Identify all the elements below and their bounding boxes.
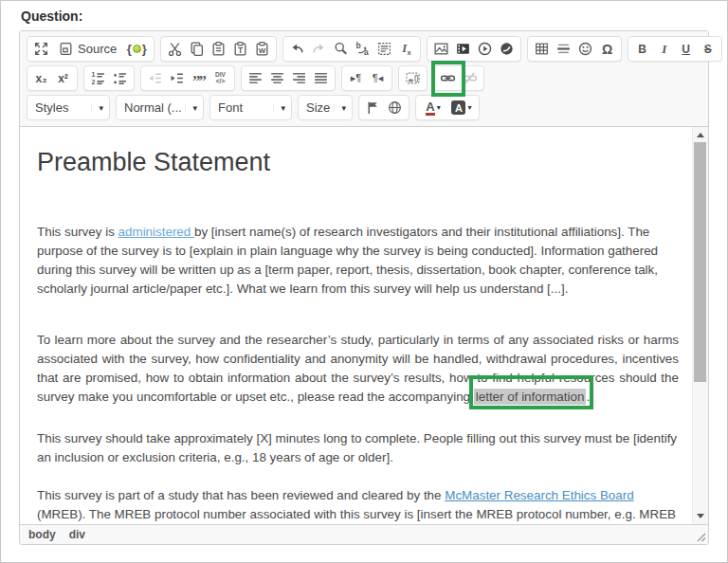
clipboard-icon — [210, 41, 227, 57]
language-button[interactable] — [384, 98, 406, 118]
group-lists: 12 — [83, 65, 135, 91]
flash-button[interactable] — [496, 39, 518, 59]
strikethrough-button[interactable]: S — [697, 39, 719, 59]
path-item-div[interactable]: div — [69, 528, 85, 541]
paragraph-4: This survey is part of a study that has … — [37, 486, 679, 524]
expression-fields-button[interactable]: {} — [122, 39, 151, 59]
scissors-icon — [167, 41, 183, 57]
select-all-button[interactable] — [373, 39, 395, 59]
blockquote-button[interactable]: ”” — [188, 68, 209, 88]
paste-from-word-button[interactable]: W — [251, 39, 273, 59]
group-anchor-language — [358, 95, 410, 120]
decrease-indent-button[interactable] — [144, 68, 166, 88]
vertical-scrollbar[interactable] — [692, 127, 708, 524]
cut-button[interactable] — [164, 39, 186, 59]
path-item-body[interactable]: body — [28, 528, 56, 541]
underline-button[interactable]: U — [675, 39, 697, 59]
insert-video-button[interactable] — [452, 39, 474, 59]
increase-indent-button[interactable] — [166, 68, 188, 88]
rtl-icon: ¶◂ — [373, 72, 383, 84]
rich-text-editor: Source {} T W — [19, 30, 709, 545]
paste-as-text-button[interactable]: T — [229, 39, 251, 59]
toolbar-row-2: x₂ x² 12 ”” DIV</> — [27, 65, 702, 91]
document-body[interactable]: Preamble Statement This survey is admini… — [20, 127, 692, 524]
strikethrough-icon: S — [704, 44, 712, 55]
group-links — [433, 65, 484, 91]
scroll-down-button[interactable] — [693, 509, 708, 523]
smiley-button[interactable] — [574, 39, 596, 59]
anchor-button[interactable] — [362, 98, 384, 118]
align-center-button[interactable] — [266, 68, 288, 88]
undo-button[interactable] — [286, 39, 308, 59]
outdent-icon — [147, 70, 163, 86]
paragraph-format-dropdown[interactable]: Normal (... ▾ — [116, 95, 204, 120]
source-button-label: Source — [78, 42, 117, 56]
numbered-list-icon: 12 — [90, 70, 106, 86]
mreb-link[interactable]: McMaster Research Ethics Board — [445, 488, 633, 502]
blockquote-icon: ”” — [192, 71, 205, 86]
italic-button[interactable]: I — [653, 39, 675, 59]
link-button[interactable] — [437, 68, 459, 88]
chevron-down-icon: ▾ — [467, 103, 471, 112]
scrollbar-thumb[interactable] — [694, 142, 706, 382]
link-icon — [440, 70, 456, 86]
find-button[interactable] — [330, 39, 352, 59]
maximize-button[interactable] — [30, 39, 52, 59]
align-left-button[interactable] — [245, 68, 266, 88]
horizontal-rule-button[interactable] — [553, 39, 574, 59]
bold-button[interactable]: B — [631, 39, 653, 59]
redo-arrow-icon — [311, 41, 327, 57]
size-dropdown[interactable]: Size ▾ — [298, 95, 353, 120]
remove-format-button[interactable]: Ix — [395, 39, 417, 59]
group-media — [427, 36, 521, 62]
group-placeholder — [398, 65, 428, 91]
paste-button[interactable] — [208, 39, 229, 59]
clipboard-text-icon: T — [232, 41, 248, 57]
text-direction-rtl-button[interactable]: ¶◂ — [367, 68, 389, 88]
align-center-icon — [269, 70, 285, 86]
font-dropdown[interactable]: Font ▾ — [209, 95, 292, 120]
administered-link[interactable]: administered — [118, 225, 194, 239]
source-button[interactable]: Source — [52, 39, 122, 59]
copy-button[interactable] — [186, 39, 208, 59]
justify-button[interactable] — [310, 68, 332, 88]
placeholder-field-button[interactable] — [402, 68, 424, 88]
align-left-icon — [247, 70, 264, 86]
media-player-button[interactable] — [474, 39, 496, 59]
clipboard-word-icon: W — [254, 41, 270, 57]
styles-dropdown[interactable]: Styles ▾ — [27, 95, 110, 120]
embed-video-icon — [455, 41, 471, 57]
subscript-button[interactable]: x₂ — [30, 68, 52, 88]
svg-text:W: W — [259, 46, 266, 55]
group-bidi: ▸¶ ¶◂ — [341, 65, 392, 91]
unlink-button[interactable] — [459, 68, 481, 88]
background-color-button[interactable]: A ▾ — [447, 98, 476, 118]
paragraph-3: This survey should take approximately [X… — [37, 429, 679, 467]
format-dropdown-label: Normal (... — [124, 100, 182, 115]
selected-text: letter of information — [474, 389, 587, 405]
superscript-button[interactable]: x² — [52, 68, 74, 88]
scroll-up-button[interactable] — [693, 128, 708, 142]
bulleted-list-button[interactable] — [109, 68, 131, 88]
text-color-button[interactable]: A ▾ — [419, 98, 447, 118]
maximize-icon — [33, 41, 49, 57]
scroll-down-icon — [697, 514, 704, 518]
insert-table-button[interactable] — [531, 39, 553, 59]
select-all-icon — [376, 41, 392, 57]
replace-button[interactable]: ba — [352, 39, 373, 59]
resize-grip-icon[interactable] — [696, 532, 706, 542]
editor-content-area[interactable]: Preamble Statement This survey is admini… — [20, 127, 708, 524]
image-icon — [433, 41, 449, 57]
div-container-button[interactable]: DIV</> — [209, 68, 231, 88]
text-direction-ltr-button[interactable]: ▸¶ — [345, 68, 367, 88]
group-blocks: ”” DIV</> — [140, 65, 235, 91]
insert-image-button[interactable] — [430, 39, 452, 59]
align-right-button[interactable] — [288, 68, 310, 88]
group-align — [241, 65, 336, 91]
div-container-icon: DIV</> — [215, 72, 226, 84]
play-circle-icon — [477, 41, 493, 57]
numbered-list-button[interactable]: 12 — [87, 68, 109, 88]
size-dropdown-label: Size — [306, 100, 330, 115]
redo-button[interactable] — [308, 39, 330, 59]
special-char-button[interactable]: Ω — [596, 39, 618, 59]
